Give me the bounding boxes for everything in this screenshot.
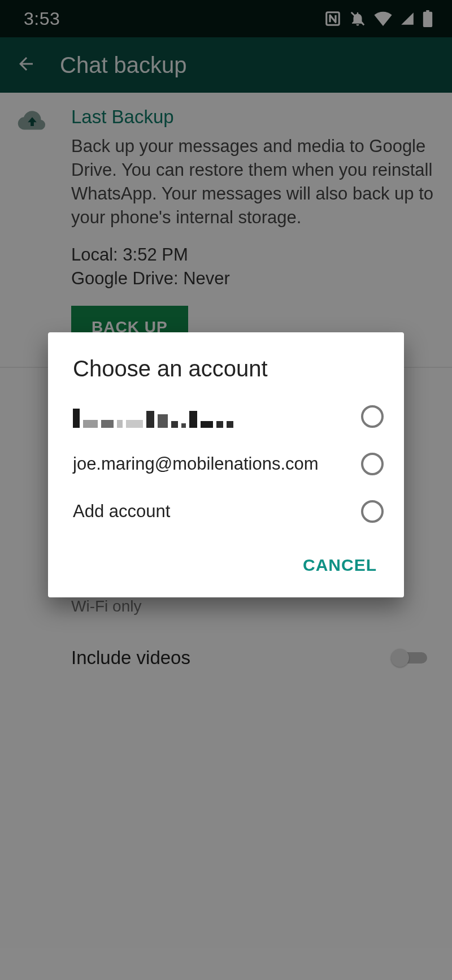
- dialog-scrim[interactable]: Choose an account: [0, 0, 452, 980]
- dialog-actions: CANCEL: [48, 535, 404, 597]
- screen: 3:53 Chat backup Last Backup Back up you…: [0, 0, 452, 980]
- account-email: joe.maring@mobilenations.com: [73, 454, 319, 474]
- redacted-email: [73, 405, 233, 428]
- account-option[interactable]: joe.maring@mobilenations.com: [73, 440, 384, 488]
- choose-account-dialog: Choose an account: [48, 332, 404, 597]
- account-list: joe.maring@mobilenations.com Add account: [48, 393, 404, 535]
- account-option-redacted[interactable]: [73, 393, 384, 440]
- radio-unchecked-icon: [361, 405, 384, 428]
- account-option-add[interactable]: Add account: [73, 488, 384, 535]
- radio-unchecked-icon: [361, 453, 384, 475]
- cancel-button[interactable]: CANCEL: [296, 550, 384, 580]
- add-account-label: Add account: [73, 501, 170, 522]
- dialog-title: Choose an account: [48, 332, 404, 393]
- radio-unchecked-icon: [361, 500, 384, 523]
